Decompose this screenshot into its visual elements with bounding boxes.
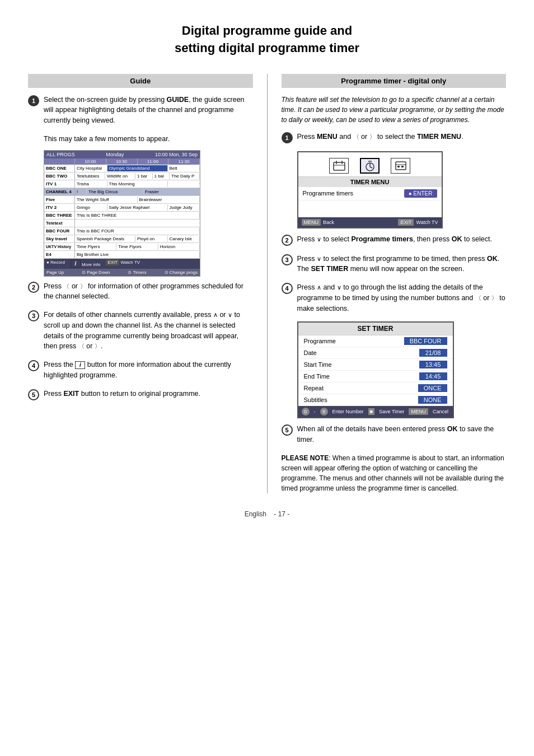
guide-progs-bbc-two: Teletubbies Wildlife on 1 bar 1 bal The … — [75, 172, 200, 180]
timer-footer-back-label: Back — [323, 220, 334, 225]
guide-record-btn: ● Record — [46, 260, 65, 268]
guide-prog: The Big Circus — [87, 189, 143, 195]
guide-step-4: 4 Press the i button for more informatio… — [28, 360, 253, 381]
two-column-layout: Guide 1 Select the on-screen guide by pr… — [28, 74, 506, 493]
page-title: Digital programme guide andsetting digit… — [28, 22, 506, 57]
guide-progs-itv2: Gringo Sally Jesse Raphael Judge Judy — [75, 204, 200, 211]
guide-moreinfo-btn: i More info — [71, 260, 101, 268]
guide-ch-five: Five — [44, 196, 75, 203]
guide-time-col-headers: 10:00 10:30 11:00 11:30 — [75, 158, 200, 165]
set-timer-row-starttime: Start Time 13:45 — [298, 359, 453, 371]
guide-row-teletext: Teletext — [44, 220, 200, 227]
guide-step-5: 5 Press EXIT button to return to origina… — [28, 389, 253, 400]
timer-icon-2-svg — [363, 160, 377, 171]
guide-header: ALL PROGS Monday 10:00 Mon, 30 Sep — [44, 151, 200, 158]
chevron-left-timer-4: 〈 — [475, 295, 481, 301]
guide-prog: Judge Judy — [168, 204, 200, 211]
timer-step-2-content: Press ∨ to select Programme timers, then… — [297, 234, 507, 245]
chevron-down-timer-2: ∨ — [317, 236, 321, 242]
chevron-up-timer-4: ∧ — [317, 284, 321, 291]
step-3-content: For details of other channels currently … — [44, 310, 253, 352]
guide-prog: ! — [75, 189, 87, 195]
chevron-left-timer: 〈 — [353, 133, 359, 140]
guide-row-uktv-history: UKTV History Time Flyers Time Flyors Hor… — [44, 243, 200, 251]
guide-row-channel4: CHANNEL 4 ! The Big Circus Frasier — [44, 188, 200, 196]
guide-time-4: 11:30 — [168, 158, 200, 165]
guide-prog — [75, 222, 200, 223]
num-circle-0: 0 — [302, 408, 310, 416]
timer-step-1: 1 Press MENU and 〈 or 〉 to select the TI… — [282, 132, 507, 143]
page: Digital programme guide andsetting digit… — [0, 0, 534, 535]
step-4-content: Press the i button for more information … — [44, 360, 253, 381]
menu-cancel-btn: MENU — [409, 408, 428, 415]
guide-changeprogs: ⊙ Change progs — [165, 270, 198, 275]
chevron-down-timer-4: ∨ — [337, 284, 341, 291]
guide-row-bbc-one: BBC ONE City Hospital Olympic Grandstand… — [44, 165, 200, 172]
guide-time-3: 11:00 — [138, 158, 169, 165]
timer-step-4-num: 4 — [282, 283, 293, 294]
timer-icon-1 — [329, 158, 349, 174]
guide-prog: City Hospital — [75, 165, 107, 171]
chevron-down-timer-3: ∨ — [317, 255, 321, 262]
timer-step-5-num: 5 — [282, 424, 293, 436]
guide-ch-itv1: ITV 1 — [44, 180, 75, 188]
guide-step-1-indent: This may take a few moments to appear. — [28, 134, 253, 144]
guide-prog: Time Flyers — [75, 244, 116, 250]
guide-ch-uktv-history: UKTV History — [44, 243, 75, 250]
set-timer-programme-label: Programme — [304, 338, 336, 344]
set-timer-screenshot: SET TIMER Programme BBC FOUR Date 21/08 … — [297, 321, 454, 418]
guide-row-bbc-four: BBC FOUR This is BBC FOUR — [44, 227, 200, 235]
step-1-num: 1 — [28, 95, 39, 106]
set-timer-row-repeat: Repeat ONCE — [298, 382, 453, 394]
timer-step-3-num: 3 — [282, 254, 293, 265]
timer-icon-1-svg — [332, 160, 346, 171]
chevron-right-timer: 〉 — [369, 133, 376, 140]
guide-screenshot: ALL PROGS Monday 10:00 Mon, 30 Sep 10:00… — [44, 150, 200, 277]
timer-menu-item-label: Programme timers — [303, 190, 353, 197]
guide-progs-bbc-one: City Hospital Olympic Grandstand Bett — [75, 165, 200, 172]
guide-footer-1: ● Record i More info EXIT Watch TV — [44, 259, 200, 269]
timer-menu-title: TIMER MENU — [298, 177, 442, 187]
please-note: PLEASE NOTE: When a timed programme is a… — [282, 453, 507, 493]
timer-footer-exit: EXIT Watch TV — [398, 219, 438, 226]
guide-row-bbc-three: BBC THREE This Is BBC THREE — [44, 212, 200, 220]
timer-enter-btn: ● ENTER — [404, 189, 437, 198]
chevron-right-sym: 〉 — [80, 283, 86, 290]
guide-row-itv2: ITV 2 Gringo Sally Jesse Raphael Judge J… — [44, 204, 200, 212]
step-1-content: Select the on-screen guide by pressing G… — [44, 95, 253, 126]
timer-step-2: 2 Press ∨ to select Programme timers, th… — [282, 234, 507, 246]
step-5-num: 5 — [28, 389, 39, 400]
guide-exit-btn: EXIT Watch TV — [106, 260, 140, 268]
left-column: Guide 1 Select the on-screen guide by pr… — [28, 74, 253, 408]
footer-page: - 17 - — [274, 510, 289, 518]
info-icon-2: i — [75, 361, 85, 369]
guide-ch-col-header — [44, 158, 75, 165]
page-footer: English - 17 - — [28, 510, 506, 518]
exit-btn-label: EXIT — [398, 219, 414, 226]
guide-step-2: 2 Press 〈 or 〉 for information of other … — [28, 281, 253, 302]
timer-menu-spacer — [298, 200, 442, 217]
guide-progs-bbc-three: This Is BBC THREE — [75, 212, 200, 219]
chevron-right-timer-4: 〉 — [491, 295, 498, 301]
dash-sym: - — [314, 409, 316, 414]
guide-prog: 1 bar — [135, 173, 153, 179]
set-timer-row-programme: Programme BBC FOUR — [298, 335, 453, 347]
timer-intro: This feature will set the television to … — [282, 95, 507, 125]
set-timer-starttime-value: 13:45 — [419, 361, 447, 368]
timer-icon-3-svg — [394, 160, 407, 171]
chevron-right-sym-2: 〉 — [95, 343, 101, 349]
enter-number-label: Enter Number — [332, 409, 364, 414]
guide-step-1: 1 Select the on-screen guide by pressing… — [28, 95, 253, 126]
guide-prog: The Daily P — [170, 173, 200, 179]
guide-pageup: Page Up — [46, 270, 64, 275]
timer-step-3: 3 Press ∨ to select the first programme … — [282, 254, 507, 275]
info-icon: i — [71, 260, 81, 268]
guide-ch-bbc-three: BBC THREE — [44, 212, 75, 219]
guide-row-bbc-two: BBC TWO Teletubbies Wildlife on 1 bar 1 … — [44, 172, 200, 180]
exit-label: EXIT — [106, 259, 119, 265]
guide-prog: Big Brother Live — [75, 251, 200, 258]
set-timer-repeat-value: ONCE — [418, 384, 447, 392]
right-column: Programme timer - digital only This feat… — [282, 74, 507, 493]
guide-progs-e4: Big Brother Live — [75, 251, 200, 258]
guide-prog: Frasier — [143, 189, 200, 195]
